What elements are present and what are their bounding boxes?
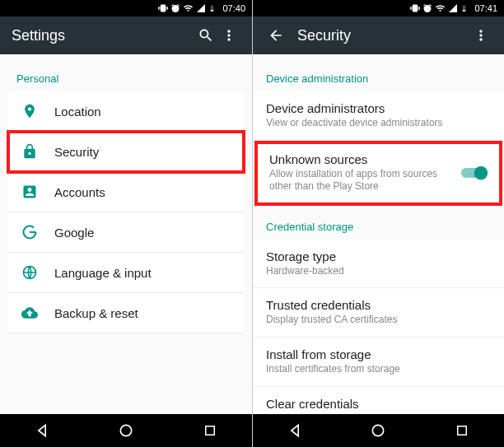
security-item-trusted-credentials[interactable]: Trusted credentials Display trusted CA c… — [253, 288, 504, 338]
settings-item-accounts[interactable]: Accounts — [8, 172, 244, 212]
item-title: Clear credentials — [266, 397, 491, 411]
item-title: Install from storage — [266, 347, 491, 361]
status-time: 07:40 — [222, 3, 245, 13]
vibrate-icon — [410, 3, 420, 13]
item-label: Language & input — [54, 266, 231, 280]
svg-rect-4 — [458, 426, 467, 435]
nav-home-button[interactable] — [114, 419, 138, 442]
section-header-device-admin: Device administration — [253, 54, 504, 91]
security-item-install-from-storage[interactable]: Install from storage Install certificate… — [253, 338, 504, 387]
alarm-icon — [170, 3, 180, 13]
search-button[interactable] — [194, 27, 217, 44]
settings-item-backup[interactable]: Backup & reset — [8, 293, 244, 333]
item-label: Backup & reset — [54, 306, 231, 320]
globe-icon — [21, 264, 54, 281]
wifi-icon — [183, 3, 194, 13]
item-label: Security — [54, 145, 231, 159]
battery-icon — [460, 3, 468, 13]
nav-back-button[interactable] — [30, 419, 54, 442]
overflow-menu-button[interactable] — [469, 27, 492, 44]
section-header-credential: Credential storage — [253, 206, 504, 240]
settings-item-google[interactable]: Google — [8, 212, 244, 253]
status-bar: 07:40 — [0, 0, 252, 16]
battery-icon — [208, 3, 216, 13]
nav-back-button[interactable] — [283, 419, 306, 442]
status-bar: 07:41 — [253, 0, 504, 16]
nav-bar — [0, 414, 252, 447]
back-button[interactable] — [264, 27, 287, 44]
item-label: Google — [54, 226, 231, 240]
security-item-storage-type[interactable]: Storage type Hardware-backed — [253, 240, 504, 289]
item-title: Unknown sources — [269, 152, 460, 166]
overflow-menu-button[interactable] — [217, 27, 240, 44]
status-time: 07:41 — [474, 3, 497, 13]
settings-item-language[interactable]: Language & input — [8, 253, 244, 293]
nav-bar — [253, 414, 504, 447]
cloud-upload-icon — [21, 305, 54, 321]
security-list: Device administration Device administrat… — [253, 54, 504, 414]
security-item-device-admins[interactable]: Device administrators View or deactivate… — [253, 91, 504, 141]
phone-right: 07:41 Security Device administration Dev… — [252, 0, 504, 447]
app-bar: Settings — [0, 16, 252, 54]
item-title: Trusted credentials — [266, 298, 491, 312]
alarm-icon — [422, 3, 432, 13]
unknown-sources-toggle[interactable] — [460, 165, 488, 180]
signal-icon — [196, 3, 206, 13]
page-title: Security — [297, 27, 469, 44]
item-subtitle: Hardware-backed — [266, 265, 491, 278]
svg-rect-2 — [206, 426, 215, 435]
settings-item-location[interactable]: Location — [8, 91, 244, 132]
google-icon — [21, 224, 54, 240]
svg-point-3 — [373, 425, 384, 435]
account-icon — [21, 184, 54, 200]
vibrate-icon — [158, 3, 168, 13]
item-subtitle: Display trusted CA certificates — [266, 314, 491, 327]
item-subtitle: Install certificates from storage — [266, 363, 491, 376]
security-item-unknown-sources[interactable]: Unknown sources Allow installation of ap… — [256, 142, 501, 204]
phone-left: 07:40 Settings Personal Location — [0, 0, 252, 447]
wifi-icon — [435, 3, 446, 13]
signal-icon — [448, 3, 458, 13]
security-item-clear-credentials[interactable]: Clear credentials — [253, 387, 504, 414]
item-subtitle: View or deactivate device administrators — [266, 117, 491, 130]
item-title: Device administrators — [266, 101, 491, 115]
item-subtitle: Allow installation of apps from sources … — [269, 168, 460, 193]
item-label: Location — [54, 105, 231, 119]
item-label: Accounts — [54, 185, 231, 199]
nav-home-button[interactable] — [366, 419, 390, 442]
settings-list: Personal Location Security Accounts — [0, 54, 252, 414]
item-title: Storage type — [266, 249, 491, 263]
page-title: Settings — [12, 27, 194, 44]
nav-recent-button[interactable] — [450, 419, 474, 442]
section-header-personal: Personal — [3, 54, 249, 91]
settings-item-security[interactable]: Security — [8, 132, 244, 172]
location-icon — [21, 103, 54, 119]
app-bar: Security — [253, 16, 504, 54]
nav-recent-button[interactable] — [198, 419, 222, 442]
lock-icon — [21, 143, 54, 160]
svg-point-1 — [120, 425, 131, 435]
